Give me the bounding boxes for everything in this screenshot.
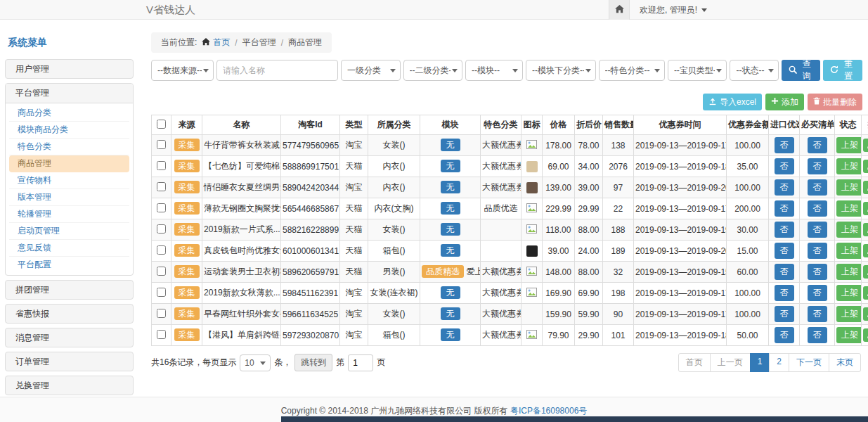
sidebar-item[interactable]: 模块商品分类 <box>9 122 129 139</box>
import-select-toggle[interactable]: 否 <box>775 158 794 174</box>
must-buy-toggle[interactable]: 否 <box>808 285 827 301</box>
import-excel-button[interactable]: 导入excel <box>703 94 762 110</box>
row-checkbox[interactable] <box>157 330 166 339</box>
status-toggle[interactable]: 上架 <box>836 200 862 217</box>
edit-button[interactable] <box>863 223 868 236</box>
status-toggle[interactable]: 上架 <box>836 327 862 343</box>
import-select-toggle[interactable]: 否 <box>775 306 794 322</box>
row-checkbox[interactable] <box>157 245 166 255</box>
row-checkbox[interactable] <box>157 182 166 191</box>
row-checkbox[interactable] <box>157 140 166 149</box>
sidebar-item[interactable]: 商品管理 <box>9 155 129 172</box>
filter-select[interactable]: --数据来源-- <box>151 60 214 81</box>
status-toggle[interactable]: 上架 <box>836 158 862 174</box>
pager-prev[interactable]: 上一页 <box>710 353 751 372</box>
import-select-toggle[interactable]: 否 <box>775 222 794 238</box>
row-checkbox[interactable] <box>157 309 166 318</box>
must-buy-toggle[interactable]: 否 <box>808 137 827 153</box>
filter-select[interactable]: --模块下分类-- <box>526 60 596 81</box>
filter-select[interactable]: --模块-- <box>465 60 523 81</box>
sidebar-group[interactable]: 订单管理 <box>5 352 134 371</box>
status-toggle[interactable]: 上架 <box>836 285 862 301</box>
user-menu[interactable]: 欢迎您, 管理员! <box>630 0 707 20</box>
discount-price-cell: 88.00 <box>575 219 603 241</box>
edit-button[interactable] <box>863 202 868 215</box>
sidebar-item[interactable]: 商品分类 <box>9 105 129 122</box>
sidebar-item[interactable]: 平台配置 <box>9 257 129 274</box>
filter-select-wrap: --二级分类-- <box>403 60 463 81</box>
status-toggle[interactable]: 上架 <box>836 306 862 322</box>
row-checkbox[interactable] <box>157 161 166 170</box>
row-checkbox[interactable] <box>157 267 166 276</box>
sidebar-group[interactable]: 平台管理 <box>6 84 133 103</box>
filter-select[interactable]: --二级分类-- <box>403 60 463 81</box>
import-select-toggle[interactable]: 否 <box>775 327 794 343</box>
add-button[interactable]: 添加 <box>765 94 804 110</box>
row-checkbox[interactable] <box>157 288 166 297</box>
filter-select[interactable]: --宝贝类型-- <box>668 60 727 81</box>
edit-button[interactable] <box>863 160 868 173</box>
source-cell: 采集 <box>171 241 202 262</box>
pager-last[interactable]: 末页 <box>829 353 861 372</box>
jump-button[interactable]: 跳转到 <box>294 354 332 371</box>
status-toggle[interactable]: 上架 <box>836 137 862 153</box>
sidebar-group[interactable]: 用户管理 <box>5 59 134 79</box>
batch-delete-button[interactable]: 批量删除 <box>808 94 862 110</box>
name-filter-input[interactable] <box>216 60 338 81</box>
sidebar-item[interactable]: 特色分类 <box>9 139 129 155</box>
status-toggle[interactable]: 上架 <box>836 243 862 259</box>
edit-button[interactable] <box>863 265 868 279</box>
sidebar-item[interactable]: 轮播管理 <box>9 206 129 223</box>
import-select-toggle[interactable]: 否 <box>775 285 794 301</box>
edit-button[interactable] <box>863 328 868 342</box>
status-toggle[interactable]: 上架 <box>836 222 862 238</box>
import-select-cell: 否 <box>769 241 800 262</box>
row-checkbox[interactable] <box>157 203 166 212</box>
sidebar-item[interactable]: 版本管理 <box>9 189 129 206</box>
must-buy-toggle[interactable]: 否 <box>808 243 827 259</box>
import-select-toggle[interactable]: 否 <box>775 137 794 153</box>
import-select-toggle[interactable]: 否 <box>775 264 794 280</box>
filter-select[interactable]: --特色分类-- <box>599 60 665 81</box>
must-buy-toggle[interactable]: 否 <box>808 200 827 217</box>
sidebar-group[interactable]: 拼团管理 <box>5 280 134 300</box>
must-buy-toggle[interactable]: 否 <box>808 306 827 322</box>
row-checkbox[interactable] <box>157 224 166 234</box>
select-all-checkbox[interactable] <box>157 120 166 129</box>
edit-button[interactable] <box>863 181 868 194</box>
sidebar-item[interactable]: 启动页管理 <box>9 223 129 240</box>
edit-button[interactable] <box>863 286 868 300</box>
pager-next[interactable]: 下一页 <box>789 353 829 372</box>
filter-select[interactable]: --状态-- <box>730 60 778 81</box>
page-number-input[interactable] <box>348 354 373 371</box>
per-page-select[interactable]: 10 <box>240 354 271 371</box>
taoke-id-cell: 588216228899 <box>281 219 340 241</box>
status-toggle[interactable]: 上架 <box>836 264 862 280</box>
edit-button[interactable] <box>863 244 868 257</box>
import-select-toggle[interactable]: 否 <box>775 200 794 217</box>
icp-link[interactable]: 粤ICP备16098006号 <box>510 406 587 416</box>
must-buy-toggle[interactable]: 否 <box>808 222 827 238</box>
reset-button[interactable]: 重置 <box>823 60 862 81</box>
sidebar-item[interactable]: 意见反馈 <box>9 240 129 257</box>
home-button[interactable] <box>609 0 630 20</box>
pager-first[interactable]: 首页 <box>678 353 711 372</box>
sidebar-item[interactable]: 宣传物料 <box>9 172 129 189</box>
pager-page[interactable]: 2 <box>769 353 789 372</box>
sidebar-group[interactable]: 兑换管理 <box>5 376 134 395</box>
must-buy-toggle[interactable]: 否 <box>808 327 827 343</box>
must-buy-toggle[interactable]: 否 <box>808 264 827 280</box>
filter-select[interactable]: 一级分类 <box>341 60 401 81</box>
import-select-toggle[interactable]: 否 <box>775 179 794 196</box>
pager-page[interactable]: 1 <box>750 353 770 372</box>
breadcrumb-home-link[interactable]: 首页 <box>213 37 230 49</box>
edit-button[interactable] <box>863 307 868 321</box>
sidebar-group[interactable]: 消息管理 <box>5 328 134 347</box>
sidebar-group[interactable]: 省惠快报 <box>5 304 134 324</box>
must-buy-toggle[interactable]: 否 <box>808 158 827 174</box>
import-select-toggle[interactable]: 否 <box>775 243 794 259</box>
status-toggle[interactable]: 上架 <box>836 179 862 196</box>
must-buy-toggle[interactable]: 否 <box>808 179 827 196</box>
search-button[interactable]: 查询 <box>782 60 821 81</box>
edit-button[interactable] <box>863 139 868 152</box>
